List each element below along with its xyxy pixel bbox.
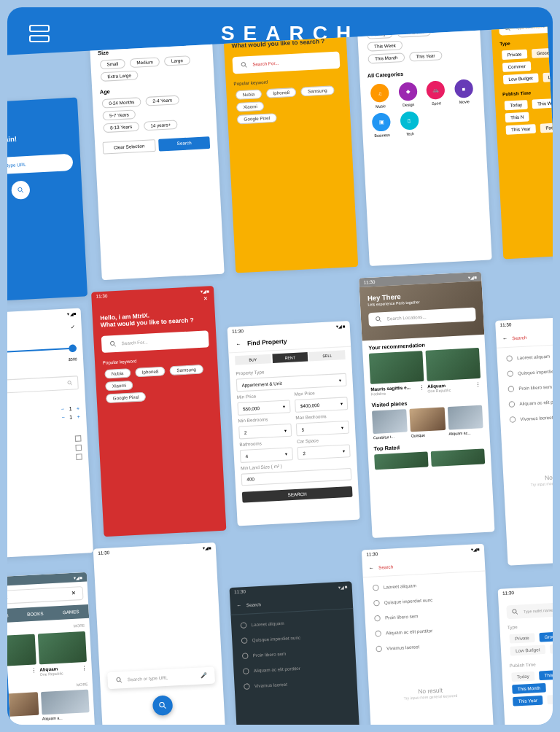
more-icon[interactable]: ⋮ [31,668,37,677]
store-card[interactable] [38,631,87,664]
tab-sell[interactable]: SELL [309,350,346,361]
top-card[interactable] [431,448,485,467]
age-option[interactable]: 0-24 Months [102,97,142,108]
time-tag[interactable]: Today [511,671,534,682]
time-tag[interactable]: Past 5 Year [547,693,553,704]
tab-books[interactable]: BOOKS [17,606,53,621]
store-card[interactable] [7,634,36,667]
size-option[interactable]: Extra Large [101,71,139,82]
plus-icon[interactable]: + [77,414,80,420]
time-tag[interactable]: This Year [409,51,443,62]
search-placeholder[interactable]: Search [378,564,393,569]
back-icon[interactable]: ← [368,565,374,571]
keyword-pill[interactable]: Google Pixel [237,113,277,124]
more-icon[interactable]: ⋮ [475,381,481,391]
visited-card[interactable]: Aliquam ac... [447,405,483,436]
size-option[interactable]: Small [100,59,125,69]
keyword-pill[interactable]: Google Pixel [106,392,146,403]
category-item[interactable]: ♫Music [368,83,392,109]
menu-icon[interactable] [29,25,50,42]
keyword-pill[interactable]: Samsung [300,85,334,96]
search-placeholder[interactable]: Search [512,335,526,340]
size-option[interactable]: Large [164,55,190,66]
rec-card[interactable] [425,348,481,381]
time-tag[interactable]: This Month [368,52,405,63]
checkbox[interactable] [75,445,82,451]
type-tag[interactable]: Commer [502,61,531,72]
type-tag[interactable]: Private [509,633,534,643]
max-bed-select[interactable]: 5▾ [296,421,349,437]
minus-icon[interactable]: − [61,406,65,412]
keyword-pill[interactable]: Samsung [170,365,203,375]
size-option[interactable]: Medium [130,57,160,68]
type-tag[interactable]: Luxury [550,643,553,653]
more-link[interactable]: MORE [77,682,88,687]
search-input[interactable]: Search For... [232,52,340,74]
history-item[interactable]: Laoreet aliquam [503,346,553,367]
type-tag[interactable]: Grocery [539,631,553,642]
product-search[interactable]: product ✕ [7,586,84,605]
checkbox[interactable] [75,435,82,442]
back-icon[interactable]: ← [236,602,242,608]
tab-rent[interactable]: RENT [272,352,308,363]
search-fab[interactable] [11,180,30,199]
plus-icon[interactable]: + [77,405,80,411]
age-option[interactable]: 14 years+ [144,120,178,131]
land-input[interactable]: 400 [241,468,352,486]
back-icon[interactable]: ← [236,341,241,347]
time-tag[interactable]: This Month [512,683,545,694]
mic-icon[interactable]: 🎤 [200,672,207,679]
search-placeholder[interactable]: Search [246,601,261,607]
minus-icon[interactable]: − [61,415,65,421]
keyword-pill[interactable]: Xiaomi [105,381,133,392]
destination-input[interactable]: on, UK [7,375,79,394]
type-tag[interactable]: Luxury [542,71,553,82]
clear-button[interactable]: Clear Selection [103,139,156,155]
category-item[interactable]: 🚲Sport [424,80,448,106]
time-tag[interactable]: This Year [505,124,536,135]
store-card[interactable]: Quisque [7,692,39,723]
keyword-pill[interactable]: Nubia [104,368,131,378]
visited-card[interactable]: Quisque [410,407,446,437]
outlet-search[interactable]: Type outlet name [506,600,553,619]
keyword-pill[interactable]: Nubia [236,90,262,100]
welcome-search[interactable]: Search or type URL [7,154,74,176]
age-option[interactable]: 8-13 Years [103,122,139,133]
prop-type-select[interactable]: Appartement & Unit▾ [236,373,347,392]
min-bed-select[interactable]: 2▾ [238,424,292,440]
category-item[interactable]: ◆Design [396,82,421,107]
keyword-pill[interactable]: Iphone8 [135,367,166,378]
tab-games[interactable]: GAMES [52,604,89,620]
time-tag[interactable]: This Week [532,98,553,109]
time-tag[interactable]: Past 5 Year [540,122,553,133]
search-fab[interactable] [152,695,174,716]
search-button[interactable]: Search [158,136,210,151]
time-tag[interactable]: Today [505,100,528,110]
tab-movies[interactable]: MOVIES [7,608,18,623]
category-item[interactable]: ▣Business [369,112,394,138]
max-price-select[interactable]: $400,000▾ [295,397,348,413]
time-tag[interactable]: This N [505,112,530,122]
search-button[interactable]: SEARCH [242,486,353,503]
type-tag[interactable]: Low Budget [503,74,539,85]
category-item[interactable]: ▯Tech [397,111,422,136]
time-tag[interactable]: This Week [539,669,553,680]
age-option[interactable]: 5-7 Years [102,109,136,120]
bath-select[interactable]: 4▾ [240,447,293,463]
keyword-pill[interactable]: Iphone8 [266,87,297,98]
age-option[interactable]: 2-4 Years [146,96,179,106]
time-tag[interactable]: This Week [367,41,402,52]
car-select[interactable]: 2▾ [297,444,350,460]
store-card[interactable]: Aliquam a... [41,690,90,721]
rec-card[interactable] [369,351,424,384]
tab-buy[interactable]: BUY [235,354,271,365]
location-search[interactable]: Search Locations... [368,308,476,327]
time-tag[interactable]: This Year [513,696,543,706]
top-card[interactable] [374,451,428,470]
checkbox[interactable] [76,453,82,460]
min-price-select[interactable]: $50,000▾ [237,400,290,416]
more-icon[interactable]: ⋮ [82,665,88,674]
keyword-pill[interactable]: Xiaomi [236,101,265,112]
close-icon[interactable]: ✕ [71,591,77,597]
more-link[interactable]: MORE [73,623,85,628]
